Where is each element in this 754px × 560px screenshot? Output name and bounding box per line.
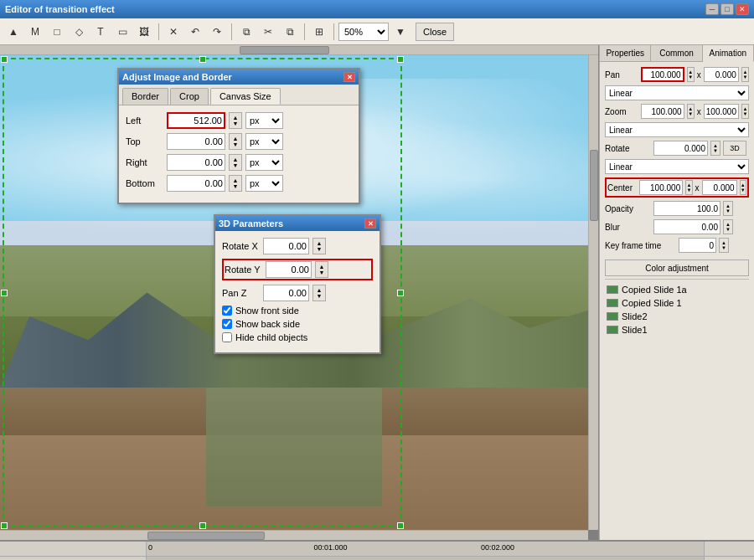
3d-dialog-close[interactable]: ✕ — [364, 218, 376, 229]
handle-bm[interactable] — [199, 522, 206, 529]
tool-copy[interactable]: ⧉ — [236, 22, 256, 42]
tool-select[interactable]: ▲ — [3, 22, 23, 42]
bottom-unit[interactable]: px% — [245, 175, 283, 192]
tab-properties[interactable]: Properties — [600, 45, 651, 61]
window-close-button[interactable]: ✕ — [736, 3, 749, 15]
close-editor-button[interactable]: Close — [416, 23, 454, 41]
main-toolbar: ▲ M □ ◇ T ▭ 🖼 ✕ ↶ ↷ ⧉ ✂ ⧉ ⊞ 50%100%75% ▼… — [0, 18, 754, 45]
handle-ml[interactable] — [1, 290, 8, 296]
bottom-input[interactable] — [167, 175, 225, 192]
pan-y-input[interactable] — [704, 67, 739, 82]
left-spin[interactable]: ▲▼ — [229, 112, 242, 129]
slide-item-1[interactable]: Copied Slide 1 — [605, 296, 749, 310]
color-adjustment-button[interactable]: Color adjustment — [605, 259, 749, 276]
adjust-dialog-titlebar[interactable]: Adjust Image and Border ✕ — [119, 69, 359, 85]
zoom-y-input[interactable] — [704, 104, 739, 119]
center-y-spin[interactable]: ▲▼ — [740, 180, 746, 195]
right-spin[interactable]: ▲▼ — [229, 154, 242, 171]
adjust-dialog-close[interactable]: ✕ — [343, 72, 355, 82]
top-input[interactable] — [167, 133, 225, 150]
pan-z-input[interactable] — [263, 285, 309, 301]
rotate-x-spin[interactable]: ▲▼ — [312, 238, 326, 254]
pan-x-spin[interactable]: ▲▼ — [687, 67, 695, 82]
maximize-button[interactable]: □ — [720, 3, 734, 15]
right-unit[interactable]: px% — [245, 154, 283, 171]
handle-mr[interactable] — [397, 290, 404, 296]
top-spin[interactable]: ▲▼ — [229, 133, 242, 150]
tool-paste[interactable]: ⧉ — [280, 22, 300, 42]
zoom-dropdown[interactable]: ▼ — [390, 22, 411, 42]
v-scrollbar[interactable] — [588, 55, 598, 530]
slide-item-2[interactable]: Slide2 — [605, 310, 749, 323]
rotate-input[interactable] — [653, 141, 708, 156]
center-x-input[interactable] — [639, 180, 683, 195]
handle-br[interactable] — [397, 522, 404, 529]
tab-common[interactable]: Common — [651, 45, 702, 61]
timeline-right-nav-header — [704, 542, 754, 556]
tool-redo[interactable]: ↷ — [207, 22, 227, 42]
right-input[interactable] — [167, 154, 225, 171]
zoom-x-spin[interactable]: ▲▼ — [687, 104, 695, 119]
blur-input[interactable] — [653, 219, 720, 234]
pan-z-spin[interactable]: ▲▼ — [312, 285, 326, 301]
3d-button[interactable]: 3D — [723, 141, 746, 156]
tool-diamond[interactable]: ◇ — [69, 22, 89, 42]
h-scrollbar-bottom[interactable] — [0, 530, 588, 540]
tool-text[interactable]: T — [90, 22, 111, 42]
tool-bar[interactable]: ▭ — [112, 22, 132, 42]
zoom-y-spin[interactable]: ▲▼ — [741, 104, 749, 119]
zoom-interpolation[interactable]: Linear — [605, 122, 749, 137]
tool-m[interactable]: M — [25, 22, 45, 42]
tab-crop[interactable]: Crop — [170, 88, 209, 105]
tab-border[interactable]: Border — [122, 88, 168, 105]
tool-grid[interactable]: ⊞ — [309, 22, 329, 42]
3d-dialog-titlebar[interactable]: 3D Parameters ✕ — [215, 216, 380, 231]
opacity-spin[interactable]: ▲▼ — [723, 201, 733, 216]
tool-undo[interactable]: ↶ — [185, 22, 205, 42]
handle-tl[interactable] — [1, 56, 8, 63]
h-scrollbar-top[interactable] — [0, 45, 598, 55]
handle-bl[interactable] — [1, 522, 8, 529]
handle-tm[interactable] — [199, 56, 206, 63]
tool-rect[interactable]: □ — [47, 22, 67, 42]
blur-spin[interactable]: ▲▼ — [723, 219, 733, 234]
keyframe-input[interactable] — [679, 238, 716, 253]
right-label: Right — [126, 157, 163, 167]
opacity-row: Opacity ▲▼ — [605, 201, 749, 216]
rotate-spin[interactable]: ▲▼ — [710, 141, 720, 156]
pan-interpolation[interactable]: Linear — [605, 85, 749, 100]
hide-child-checkbox[interactable] — [222, 332, 232, 342]
bottom-spin[interactable]: ▲▼ — [229, 175, 242, 192]
slide-item-3[interactable]: Slide1 — [605, 323, 749, 337]
center-y-input[interactable] — [702, 180, 737, 195]
handle-tr[interactable] — [397, 56, 404, 63]
timeline-track[interactable]: 00:02.000 — [147, 557, 704, 560]
left-input[interactable] — [167, 112, 225, 129]
divider — [605, 279, 749, 280]
tab-animation[interactable]: Animation — [703, 45, 754, 62]
v-scrollbar-thumb[interactable] — [590, 150, 598, 221]
tool-cut[interactable]: ✂ — [258, 22, 278, 42]
pan-y-spin[interactable]: ▲▼ — [741, 67, 749, 82]
rotate-y-input[interactable] — [266, 261, 312, 278]
show-front-checkbox[interactable] — [222, 306, 232, 316]
tab-canvas-size[interactable]: Canvas Size — [210, 88, 281, 105]
zoom-select[interactable]: 50%100%75% — [338, 23, 389, 41]
opacity-input[interactable] — [653, 201, 720, 216]
left-unit[interactable]: px% — [245, 112, 283, 129]
rotate-y-spin[interactable]: ▲▼ — [315, 261, 328, 278]
keyframe-spin[interactable]: ▲▼ — [719, 238, 729, 253]
minimize-button[interactable]: ─ — [705, 3, 719, 15]
rotate-x-input[interactable] — [263, 238, 309, 254]
pan-x-input[interactable] — [641, 67, 684, 82]
zoom-x-input[interactable] — [641, 104, 684, 119]
show-back-checkbox[interactable] — [222, 319, 232, 329]
slide-item-0[interactable]: Copied Slide 1a — [605, 283, 749, 296]
rotate-interpolation[interactable]: Linear — [605, 159, 749, 174]
center-x-spin[interactable]: ▲▼ — [685, 180, 692, 195]
tool-image[interactable]: 🖼 — [134, 22, 154, 42]
scrollbar-thumb-top[interactable] — [240, 46, 329, 54]
top-unit[interactable]: px% — [245, 133, 283, 150]
scrollbar-thumb-bottom[interactable] — [147, 532, 265, 540]
tool-delete[interactable]: ✕ — [163, 22, 183, 42]
